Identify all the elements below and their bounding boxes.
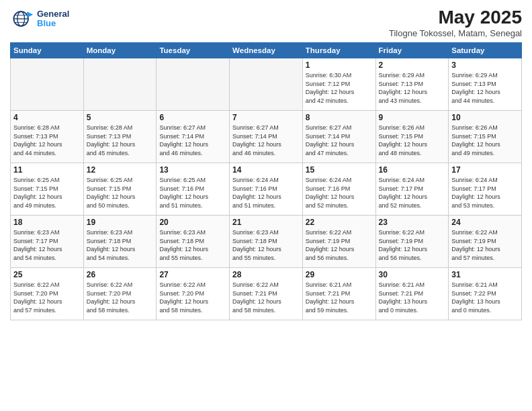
calendar-cell: 14Sunrise: 6:24 AM Sunset: 7:16 PM Dayli… [230, 163, 303, 216]
logo-line2: Blue [37, 19, 69, 28]
day-number: 25 [13, 270, 81, 279]
day-info: Sunrise: 6:22 AM Sunset: 7:19 PM Dayligh… [306, 228, 373, 262]
day-info: Sunrise: 6:21 AM Sunset: 7:21 PM Dayligh… [379, 281, 446, 314]
logo: General Blue [10, 7, 69, 31]
day-number: 8 [306, 113, 373, 122]
calendar-week-2: 4Sunrise: 6:28 AM Sunset: 7:13 PM Daylig… [11, 111, 522, 163]
header-monday: Monday [83, 43, 157, 58]
logo-text: General Blue [37, 9, 69, 29]
month-year: May 2025 [389, 7, 522, 28]
calendar-cell: 4Sunrise: 6:28 AM Sunset: 7:13 PM Daylig… [11, 111, 84, 163]
day-number: 3 [451, 60, 519, 70]
header-wednesday: Wednesday [230, 43, 303, 58]
calendar-cell: 1Sunrise: 6:30 AM Sunset: 7:12 PM Daylig… [302, 58, 375, 111]
day-info: Sunrise: 6:30 AM Sunset: 7:12 PM Dayligh… [306, 71, 373, 105]
day-number: 26 [87, 270, 154, 279]
day-info: Sunrise: 6:26 AM Sunset: 7:15 PM Dayligh… [451, 124, 519, 157]
day-info: Sunrise: 6:21 AM Sunset: 7:22 PM Dayligh… [451, 281, 519, 314]
calendar-cell: 13Sunrise: 6:25 AM Sunset: 7:16 PM Dayli… [157, 163, 230, 216]
day-info: Sunrise: 6:22 AM Sunset: 7:19 PM Dayligh… [451, 228, 519, 262]
calendar-cell: 6Sunrise: 6:27 AM Sunset: 7:14 PM Daylig… [157, 111, 230, 163]
day-number: 30 [379, 270, 446, 279]
day-number: 28 [232, 270, 300, 279]
day-number: 29 [306, 270, 373, 279]
calendar-cell: 29Sunrise: 6:21 AM Sunset: 7:21 PM Dayli… [302, 268, 375, 320]
header: General Blue May 2025 Tilogne Tokossel, … [10, 7, 522, 38]
day-number: 11 [13, 165, 81, 175]
calendar-cell: 24Sunrise: 6:22 AM Sunset: 7:19 PM Dayli… [449, 216, 522, 268]
calendar-cell: 9Sunrise: 6:26 AM Sunset: 7:15 PM Daylig… [375, 111, 449, 163]
calendar-cell: 19Sunrise: 6:23 AM Sunset: 7:18 PM Dayli… [83, 216, 157, 268]
calendar-cell: 28Sunrise: 6:22 AM Sunset: 7:21 PM Dayli… [230, 268, 303, 320]
calendar-cell: 15Sunrise: 6:24 AM Sunset: 7:16 PM Dayli… [302, 163, 375, 216]
logo-icon [10, 7, 34, 31]
day-number: 20 [159, 218, 226, 227]
day-info: Sunrise: 6:27 AM Sunset: 7:14 PM Dayligh… [306, 124, 373, 157]
calendar-cell: 27Sunrise: 6:22 AM Sunset: 7:20 PM Dayli… [157, 268, 230, 320]
day-number: 10 [451, 113, 519, 122]
calendar-cell: 20Sunrise: 6:23 AM Sunset: 7:18 PM Dayli… [157, 216, 230, 268]
calendar-cell: 31Sunrise: 6:21 AM Sunset: 7:22 PM Dayli… [449, 268, 522, 320]
day-number: 17 [451, 165, 519, 175]
day-info: Sunrise: 6:23 AM Sunset: 7:18 PM Dayligh… [87, 228, 154, 262]
calendar-cell: 23Sunrise: 6:22 AM Sunset: 7:19 PM Dayli… [375, 216, 449, 268]
calendar-week-4: 18Sunrise: 6:23 AM Sunset: 7:17 PM Dayli… [11, 216, 522, 268]
day-number: 22 [306, 218, 373, 227]
calendar: Sunday Monday Tuesday Wednesday Thursday… [10, 42, 522, 320]
day-number: 18 [13, 218, 81, 227]
calendar-week-3: 11Sunrise: 6:25 AM Sunset: 7:15 PM Dayli… [11, 163, 522, 216]
calendar-cell: 3Sunrise: 6:29 AM Sunset: 7:13 PM Daylig… [449, 58, 522, 111]
day-number: 5 [87, 113, 154, 122]
header-friday: Friday [375, 43, 449, 58]
day-info: Sunrise: 6:24 AM Sunset: 7:16 PM Dayligh… [232, 176, 300, 210]
day-info: Sunrise: 6:22 AM Sunset: 7:21 PM Dayligh… [232, 281, 300, 314]
day-info: Sunrise: 6:25 AM Sunset: 7:16 PM Dayligh… [159, 176, 226, 210]
day-info: Sunrise: 6:24 AM Sunset: 7:17 PM Dayligh… [451, 176, 519, 210]
calendar-cell: 5Sunrise: 6:28 AM Sunset: 7:13 PM Daylig… [83, 111, 157, 163]
day-number: 31 [451, 270, 519, 279]
calendar-cell: 18Sunrise: 6:23 AM Sunset: 7:17 PM Dayli… [11, 216, 84, 268]
day-number: 19 [87, 218, 154, 227]
day-info: Sunrise: 6:22 AM Sunset: 7:20 PM Dayligh… [87, 281, 154, 314]
calendar-cell: 25Sunrise: 6:22 AM Sunset: 7:20 PM Dayli… [11, 268, 84, 320]
header-thursday: Thursday [302, 43, 375, 58]
calendar-cell: 12Sunrise: 6:25 AM Sunset: 7:15 PM Dayli… [83, 163, 157, 216]
calendar-cell: 16Sunrise: 6:24 AM Sunset: 7:17 PM Dayli… [375, 163, 449, 216]
day-number: 15 [306, 165, 373, 175]
day-number: 23 [379, 218, 446, 227]
day-info: Sunrise: 6:22 AM Sunset: 7:19 PM Dayligh… [379, 228, 446, 262]
day-number: 12 [87, 165, 154, 175]
location: Tilogne Tokossel, Matam, Senegal [389, 28, 522, 38]
day-info: Sunrise: 6:27 AM Sunset: 7:14 PM Dayligh… [159, 124, 226, 157]
calendar-week-5: 25Sunrise: 6:22 AM Sunset: 7:20 PM Dayli… [11, 268, 522, 320]
day-number: 21 [232, 218, 300, 227]
calendar-cell: 21Sunrise: 6:23 AM Sunset: 7:18 PM Dayli… [230, 216, 303, 268]
day-number: 2 [379, 60, 446, 70]
day-info: Sunrise: 6:22 AM Sunset: 7:20 PM Dayligh… [159, 281, 226, 314]
day-info: Sunrise: 6:24 AM Sunset: 7:16 PM Dayligh… [306, 176, 373, 210]
calendar-cell: 8Sunrise: 6:27 AM Sunset: 7:14 PM Daylig… [302, 111, 375, 163]
day-number: 16 [379, 165, 446, 175]
day-info: Sunrise: 6:21 AM Sunset: 7:21 PM Dayligh… [306, 281, 373, 314]
day-number: 14 [232, 165, 300, 175]
calendar-cell: 2Sunrise: 6:29 AM Sunset: 7:13 PM Daylig… [375, 58, 449, 111]
day-info: Sunrise: 6:29 AM Sunset: 7:13 PM Dayligh… [451, 71, 519, 105]
day-info: Sunrise: 6:27 AM Sunset: 7:14 PM Dayligh… [232, 124, 300, 157]
logo-line1: General [37, 9, 69, 19]
calendar-cell: 26Sunrise: 6:22 AM Sunset: 7:20 PM Dayli… [83, 268, 157, 320]
day-number: 9 [379, 113, 446, 122]
calendar-header-row: Sunday Monday Tuesday Wednesday Thursday… [11, 43, 522, 58]
day-info: Sunrise: 6:24 AM Sunset: 7:17 PM Dayligh… [379, 176, 446, 210]
header-sunday: Sunday [11, 43, 84, 58]
calendar-cell [230, 58, 303, 111]
calendar-cell: 22Sunrise: 6:22 AM Sunset: 7:19 PM Dayli… [302, 216, 375, 268]
day-number: 13 [159, 165, 226, 175]
day-number: 27 [159, 270, 226, 279]
calendar-cell: 30Sunrise: 6:21 AM Sunset: 7:21 PM Dayli… [375, 268, 449, 320]
calendar-week-1: 1Sunrise: 6:30 AM Sunset: 7:12 PM Daylig… [11, 58, 522, 111]
calendar-cell [157, 58, 230, 111]
day-info: Sunrise: 6:25 AM Sunset: 7:15 PM Dayligh… [13, 176, 81, 210]
day-info: Sunrise: 6:23 AM Sunset: 7:17 PM Dayligh… [13, 228, 81, 262]
calendar-cell [83, 58, 157, 111]
header-tuesday: Tuesday [157, 43, 230, 58]
